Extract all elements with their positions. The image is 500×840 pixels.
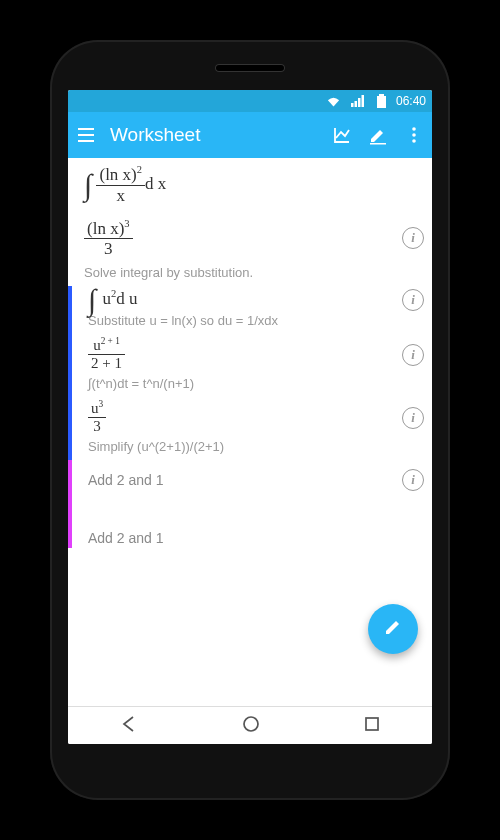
step-hint: ∫(t^n)dt = t^n/(n+1) xyxy=(68,376,432,397)
svg-rect-5 xyxy=(377,96,386,108)
expr-result[interactable]: (ln x)3 3 i xyxy=(68,212,432,266)
svg-rect-1 xyxy=(354,101,357,107)
screen: 06:40 Worksheet xyxy=(68,90,432,744)
svg-rect-4 xyxy=(379,94,384,96)
nav-recent-icon[interactable] xyxy=(363,715,381,737)
svg-point-10 xyxy=(244,717,258,731)
menu-icon[interactable] xyxy=(76,125,96,145)
step-hint: Simplify (u^(2+1))/(2+1) xyxy=(68,439,432,460)
pencil-icon xyxy=(382,616,404,642)
integral-sign: ∫ xyxy=(88,283,96,316)
svg-rect-6 xyxy=(370,143,386,145)
info-button[interactable]: i xyxy=(402,289,424,311)
svg-rect-2 xyxy=(358,98,361,107)
worksheet-content[interactable]: ∫ (ln x)2 x d x (ln x)3 3 i Solve integ xyxy=(68,158,432,706)
page-title: Worksheet xyxy=(110,124,318,146)
expr-power-rule[interactable]: u2 + 1 2 + 1 i xyxy=(68,334,432,376)
info-button[interactable]: i xyxy=(402,407,424,429)
status-time: 06:40 xyxy=(396,94,426,108)
edit-icon[interactable] xyxy=(368,125,388,145)
wifi-icon xyxy=(324,91,344,111)
svg-rect-3 xyxy=(361,95,364,107)
phone-frame: 06:40 Worksheet xyxy=(50,40,450,800)
android-nav-bar xyxy=(68,706,432,744)
svg-rect-11 xyxy=(366,718,378,730)
step-hint: Substitute u = ln(x) so du = 1/xdx xyxy=(68,313,432,334)
info-button[interactable]: i xyxy=(402,469,424,491)
svg-point-7 xyxy=(412,127,416,131)
spacer xyxy=(68,500,432,518)
svg-point-8 xyxy=(412,133,416,137)
expr-simplified[interactable]: u3 3 i xyxy=(68,397,432,439)
expr-sub-integral[interactable]: ∫ u2d u i xyxy=(68,286,432,313)
svg-rect-0 xyxy=(351,103,354,107)
status-bar: 06:40 xyxy=(68,90,432,112)
nav-home-icon[interactable] xyxy=(241,714,261,738)
info-button[interactable]: i xyxy=(402,227,424,249)
expr-add-step[interactable]: Add 2 and 1 i xyxy=(68,460,432,500)
expr-integral-input[interactable]: ∫ (ln x)2 x d x xyxy=(68,158,432,212)
phone-speaker xyxy=(215,64,285,72)
step-hint: Solve integral by substitution. xyxy=(68,265,432,286)
appbar-actions xyxy=(332,125,424,145)
fab-edit-button[interactable] xyxy=(368,604,418,654)
signal-icon xyxy=(348,91,368,111)
expr-add-step[interactable]: Add 2 and 1 xyxy=(68,518,432,548)
overflow-icon[interactable] xyxy=(404,125,424,145)
svg-point-9 xyxy=(412,139,416,143)
graph-icon[interactable] xyxy=(332,125,352,145)
integral-sign: ∫ xyxy=(84,168,92,201)
battery-icon xyxy=(372,91,392,111)
app-bar: Worksheet xyxy=(68,112,432,158)
nav-back-icon[interactable] xyxy=(119,714,139,738)
info-button[interactable]: i xyxy=(402,344,424,366)
